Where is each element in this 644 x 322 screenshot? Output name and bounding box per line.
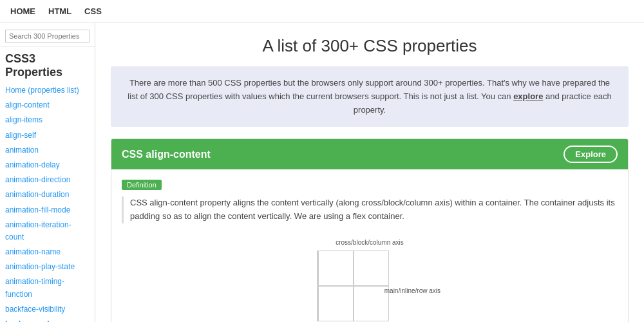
diagram-cell-3 bbox=[318, 286, 354, 321]
diagram-grid bbox=[318, 251, 389, 321]
sidebar-link-2[interactable]: align-items bbox=[0, 113, 95, 128]
explore-button[interactable]: Explore bbox=[564, 146, 618, 163]
intro-box: There are more than 500 CSS properties b… bbox=[111, 66, 629, 127]
content-area: A list of 300+ CSS properties There are … bbox=[95, 23, 644, 322]
definition-badge: Definition bbox=[122, 180, 162, 190]
nav-css[interactable]: CSS bbox=[84, 6, 102, 16]
search-input[interactable] bbox=[5, 30, 90, 43]
sidebar-link-11[interactable]: animation-play-state bbox=[0, 260, 95, 274]
sidebar-link-8[interactable]: animation-fill-mode bbox=[0, 203, 95, 218]
intro-explore-link[interactable]: explore bbox=[513, 91, 543, 101]
sidebar-title: CSS3 Properties bbox=[0, 47, 95, 83]
top-nav: HOME HTML CSS bbox=[0, 0, 644, 23]
sidebar-link-12[interactable]: animation-timing-function bbox=[0, 274, 95, 301]
diagram-container: cross/block/column axis main/inline/row … bbox=[122, 234, 618, 322]
sidebar-link-4[interactable]: animation bbox=[0, 143, 95, 158]
main-layout: CSS3 Properties Home (properties list) a… bbox=[0, 23, 644, 322]
diagram-label-right: main/inline/row axis bbox=[384, 287, 440, 294]
property-body: Definition CSS align-content property al… bbox=[111, 169, 628, 322]
property-description: CSS align-content property aligns the co… bbox=[122, 196, 618, 223]
sidebar-link-7[interactable]: animation-duration bbox=[0, 187, 95, 202]
diagram-label-top: cross/block/column axis bbox=[336, 239, 404, 246]
page-title: A list of 300+ CSS properties bbox=[111, 36, 629, 56]
sidebar-link-6[interactable]: animation-direction bbox=[0, 173, 95, 187]
sidebar-link-14[interactable]: background bbox=[0, 317, 95, 322]
diagram-vertical-arrow bbox=[317, 251, 317, 321]
sidebar-link-1[interactable]: align-content bbox=[0, 98, 95, 113]
nav-home[interactable]: HOME bbox=[10, 6, 35, 16]
sidebar-link-10[interactable]: animation-name bbox=[0, 245, 95, 260]
diagram: cross/block/column axis main/inline/row … bbox=[299, 239, 440, 322]
property-header: CSS align-content Explore bbox=[111, 139, 628, 169]
sidebar-links: Home (properties list) align-content ali… bbox=[0, 83, 95, 322]
sidebar-link-3[interactable]: align-self bbox=[0, 128, 95, 143]
diagram-cell-1 bbox=[318, 251, 354, 286]
property-section: CSS align-content Explore Definition CSS… bbox=[111, 138, 629, 322]
sidebar-search-area bbox=[0, 26, 95, 47]
sidebar-link-13[interactable]: backface-visibility bbox=[0, 302, 95, 317]
sidebar-link-5[interactable]: animation-delay bbox=[0, 158, 95, 173]
nav-html[interactable]: HTML bbox=[48, 6, 71, 16]
property-header-title: CSS align-content bbox=[122, 149, 211, 160]
sidebar-link-home[interactable]: Home (properties list) bbox=[0, 83, 95, 98]
diagram-cell-2 bbox=[354, 251, 389, 286]
sidebar: CSS3 Properties Home (properties list) a… bbox=[0, 23, 95, 322]
sidebar-link-9[interactable]: animation-iteration-count bbox=[0, 218, 95, 245]
